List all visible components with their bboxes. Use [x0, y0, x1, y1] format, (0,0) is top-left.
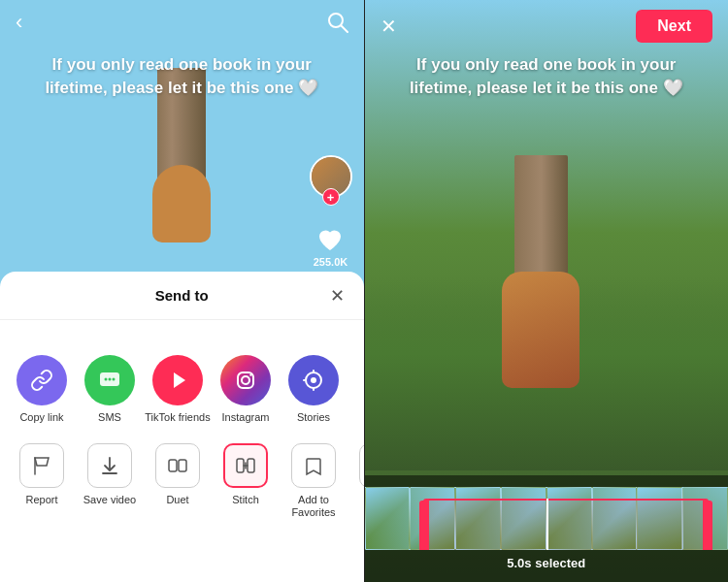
instagram-label: Instagram	[222, 411, 270, 424]
hand-visual	[152, 165, 211, 242]
left-caption: If you only read one book in your lifeti…	[0, 53, 364, 100]
report-label: Report	[25, 494, 57, 506]
selected-duration-label: 5.0s selected	[365, 556, 729, 570]
stitch-label: Stitch	[232, 494, 259, 506]
like-count: 255.0K	[314, 256, 347, 268]
sheet-header: Send to ✕	[0, 272, 364, 320]
right-action-icons: + 255.0K	[310, 155, 352, 268]
timeline-selection[interactable]	[423, 499, 710, 550]
duet-button[interactable]: Duet	[144, 443, 212, 519]
svg-point-8	[242, 376, 249, 384]
timeline-handle-left[interactable]	[419, 501, 429, 550]
left-header: ‹	[0, 0, 364, 45]
right-header: ✕ Next	[365, 0, 729, 52]
share-icons-row1: Copy link SMS	[0, 336, 364, 434]
tiktok-friends-label: TikTok friends	[145, 411, 210, 424]
timeline-strip	[365, 487, 729, 550]
svg-point-14	[311, 377, 316, 383]
timeline-playhead	[546, 499, 548, 550]
timeline-handle-right[interactable]	[703, 501, 712, 550]
sms-label: SMS	[98, 411, 121, 424]
share-icons-row2: Report Save video	[0, 434, 364, 529]
left-panel: ‹ If you only read one book in your life…	[0, 0, 364, 582]
svg-point-4	[109, 378, 112, 381]
add-favorites-label: Add to Favorites	[280, 494, 347, 519]
duet-label: Duet	[166, 494, 188, 506]
next-button[interactable]: Next	[636, 10, 712, 43]
copy-link-label: Copy link	[19, 411, 63, 424]
timeline-frame	[365, 487, 411, 550]
live-button[interactable]: Live	[347, 443, 364, 519]
search-icon[interactable]	[327, 12, 348, 33]
right-caption: If you only read one book in your lifeti…	[365, 53, 729, 100]
stories-button[interactable]: Stories	[280, 355, 347, 424]
svg-point-3	[105, 378, 108, 381]
back-icon[interactable]: ‹	[16, 10, 22, 35]
follow-button[interactable]: +	[322, 188, 340, 206]
report-button[interactable]: Report	[8, 443, 76, 519]
stories-label: Stories	[297, 411, 330, 424]
save-video-label: Save video	[83, 494, 136, 506]
sms-button[interactable]: SMS	[76, 355, 144, 424]
right-panel: ✕ Next If you only read one book in your…	[365, 0, 729, 582]
tiktok-friends-button[interactable]: TikTok friends	[144, 355, 212, 424]
timeline-area: 5.0s selected	[365, 475, 729, 582]
svg-rect-20	[237, 459, 244, 472]
avatar-container: +	[310, 155, 352, 198]
copy-link-button[interactable]: Copy link	[8, 355, 76, 424]
like-button[interactable]: 255.0K	[314, 225, 347, 268]
svg-point-9	[249, 373, 251, 375]
save-video-button[interactable]: Save video	[76, 443, 144, 519]
svg-marker-6	[174, 372, 185, 388]
svg-rect-18	[169, 460, 177, 471]
add-favorites-button[interactable]: Add to Favorites	[280, 443, 347, 519]
svg-rect-19	[179, 460, 186, 471]
instagram-button[interactable]: Instagram	[212, 355, 280, 424]
svg-line-1	[341, 26, 347, 33]
share-sheet: Send to ✕ Copy link	[0, 272, 364, 582]
stitch-button[interactable]: Stitch	[212, 443, 280, 519]
right-video-content	[514, 155, 568, 330]
svg-rect-21	[248, 459, 254, 472]
svg-point-5	[113, 378, 116, 381]
sheet-title: Send to	[155, 287, 209, 304]
close-icon[interactable]: ✕	[381, 15, 397, 38]
sheet-close-button[interactable]: ✕	[330, 285, 345, 307]
